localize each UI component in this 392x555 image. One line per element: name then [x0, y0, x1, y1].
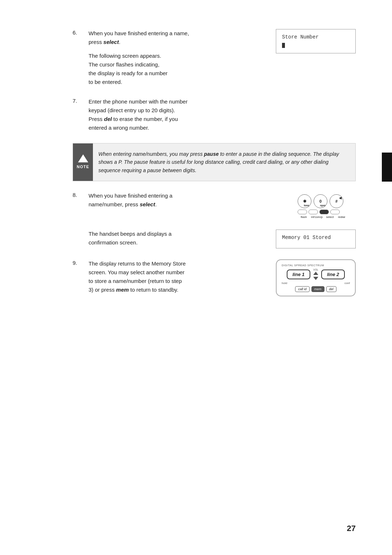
step-7: 7. Enter the phone number with the numbe…: [73, 97, 356, 132]
screen-store-number: Store Number: [276, 29, 356, 53]
del-keyword: del: [104, 116, 112, 122]
hold-label: hold: [282, 281, 287, 285]
step-9-content: The display returns to the Memory Store …: [89, 259, 356, 296]
note-label: NOTE: [77, 164, 89, 170]
cursor: [282, 43, 285, 48]
key-zero: 0oper: [314, 194, 327, 208]
line2-button[interactable]: line 2: [321, 270, 345, 279]
func-btn-select: [319, 210, 329, 214]
conf-label: conf: [344, 281, 350, 285]
step-8: 8. When you have finished entering a nam…: [73, 191, 356, 219]
func-btn-redial: [330, 210, 340, 214]
step-6-subtext: The following screen appears. The cursor…: [89, 52, 261, 86]
call-id-button[interactable]: call id: [295, 286, 309, 292]
step-6-text: When you have finished entering a name, …: [89, 29, 261, 46]
vol-up-arrow[interactable]: [313, 272, 318, 275]
key-star: ✱tone: [298, 194, 311, 208]
del-button[interactable]: del: [326, 286, 336, 292]
page: 6. When you have finished entering a nam…: [0, 0, 392, 555]
step-6-number: 6.: [73, 29, 89, 36]
note-badge: NOTE: [73, 143, 93, 181]
step-8-text: When you have finished entering a name/n…: [89, 191, 283, 209]
step-confirm-number: [73, 230, 89, 230]
select-keyword-8: select: [140, 201, 155, 207]
func-label-intcom: int'com/p: [310, 215, 324, 219]
step-confirm-content: The handset beeps and displays a confirm…: [89, 230, 356, 248]
func-label-select: select: [324, 215, 336, 219]
handset-illustration: DIGITAL SPREAD SPECTRUM line 1 VOL line …: [276, 259, 356, 296]
step-6-content: When you have finished entering a name, …: [89, 29, 356, 86]
step-7-content: Enter the phone number with the number k…: [89, 97, 356, 132]
step-confirm: The handset beeps and displays a confirm…: [73, 230, 356, 248]
note-box: NOTE When entering name/numbers, you may…: [73, 143, 356, 181]
step-8-content: When you have finished entering a name/n…: [89, 191, 356, 219]
step-7-number: 7.: [73, 97, 89, 104]
func-label-redial: redial: [336, 215, 347, 219]
keypad-illustration: ✱tone 0oper #◀: [298, 194, 356, 219]
step-8-number: 8.: [73, 191, 89, 198]
note-text: When entering name/numbers, you may pres…: [98, 151, 339, 173]
step-7-text: Enter the phone number with the number k…: [89, 97, 356, 132]
black-tab: [382, 153, 392, 182]
func-label-flash: flash: [298, 215, 310, 219]
page-number: 27: [347, 524, 356, 533]
vol-label: VOL: [313, 268, 318, 271]
line1-button[interactable]: line 1: [287, 270, 310, 279]
select-keyword-6: select: [103, 39, 119, 45]
confirm-text: The handset beeps and displays a confirm…: [89, 230, 261, 247]
mem-button[interactable]: mem: [311, 286, 324, 292]
key-hash: #◀: [330, 194, 343, 208]
vol-control: VOL: [313, 268, 318, 280]
func-btn-intcom: [309, 210, 318, 214]
mem-keyword: mem: [116, 287, 129, 293]
step-9: 9. The display returns to the Memory Sto…: [73, 259, 356, 296]
step-9-text: The display returns to the Memory Store …: [89, 259, 261, 294]
vol-down-arrow[interactable]: [313, 277, 318, 280]
screen-memory-stored: Memory 01 Stored: [276, 230, 356, 248]
step-9-number: 9.: [73, 259, 89, 266]
brand-label: DIGITAL SPREAD SPECTRUM: [282, 264, 324, 267]
step-6: 6. When you have finished entering a nam…: [73, 29, 356, 86]
func-btn-flash: [298, 210, 307, 214]
